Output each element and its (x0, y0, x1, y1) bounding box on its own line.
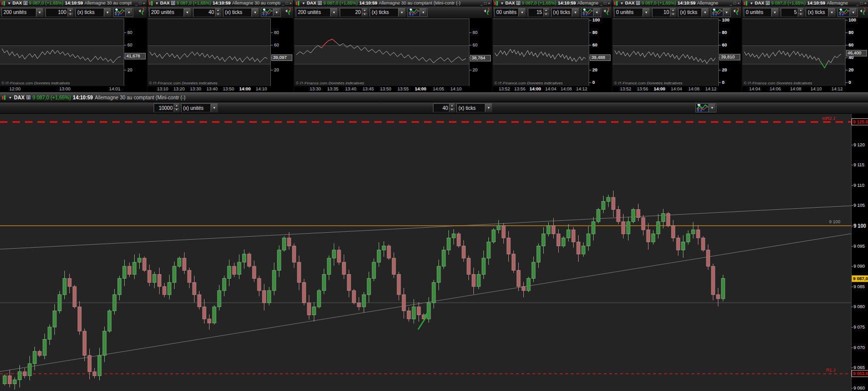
indicator-value-axis[interactable]: 46,400 100806040200 (845, 18, 868, 86)
time-axis[interactable]: 13:1013:2013:3013:4013:5014:0014:10 (148, 86, 293, 92)
panel-titlebar[interactable]: ▼ DAX i 9 087,0 (+1,65%) 14:10:59 Allema… (148, 0, 293, 6)
panel-titlebar[interactable]: ▼ DAX i 9 087,0 (+1,65%) 14:10:59 Allema… (613, 0, 741, 6)
collapse-panel-button[interactable] (285, 7, 292, 17)
spinner-arrows[interactable]: ▲▼ (174, 104, 179, 112)
chart-type-button[interactable]: ▼ (261, 8, 281, 17)
timeframe-dropdown[interactable]: (x) ticks ▼ (75, 8, 111, 17)
panel-titlebar[interactable]: ▼ DAX i 9 087,0 (+1,65%) 14:10:59 Allema… (0, 0, 147, 6)
chevron-down-icon[interactable]: ▼ (708, 104, 715, 112)
minimize-button[interactable]: _ (600, 1, 602, 5)
minimize-button[interactable]: _ (282, 1, 284, 5)
minimize-button[interactable]: _ (480, 1, 482, 5)
chevron-down-icon[interactable]: ▼ (620, 1, 624, 5)
indicator-value-axis[interactable]: 39,488 100806040200 (589, 18, 612, 86)
collapse-panel-button[interactable] (860, 7, 867, 17)
indicator-plot[interactable]: © IT-Finance.com Données indicatives (0, 18, 124, 86)
chevron-down-icon[interactable]: ▼ (8, 96, 12, 99)
units-dropdown[interactable]: 200 unités ▼ (149, 8, 191, 17)
close-button[interactable]: × (488, 1, 490, 5)
timeframe-dropdown[interactable]: (x) ticks ▼ (678, 8, 709, 17)
minimize-button[interactable]: _ (857, 1, 859, 5)
time-axis[interactable]: 13:3013:3513:4013:4513:5013:5514:0014:05… (294, 86, 492, 92)
price-axis[interactable]: 9 125,6 9 087,0 9 063,6 9 0609 0659 0709… (851, 114, 868, 391)
info-icon[interactable]: i (516, 1, 520, 5)
chart-type-button[interactable]: ▼ (711, 8, 731, 17)
maximize-button[interactable]: □ (860, 1, 863, 5)
chevron-down-icon[interactable]: ▼ (155, 1, 159, 5)
collapse-panel-button[interactable] (603, 7, 610, 17)
chevron-down-icon[interactable]: ▼ (36, 8, 43, 16)
chevron-down-icon[interactable]: ▼ (572, 8, 579, 16)
chevron-down-icon[interactable]: ▼ (125, 8, 132, 16)
ticks-spinner[interactable]: 10 ▲▼ (652, 8, 676, 17)
chart-type-button[interactable]: ▼ (695, 103, 716, 112)
indicator-value-axis[interactable]: 41,678 80604020 (124, 18, 147, 86)
spinner-arrows[interactable]: ▲▼ (798, 8, 803, 16)
chevron-down-icon[interactable]: ▼ (750, 1, 753, 5)
units-dropdown[interactable]: 200 unités ▼ (1, 8, 43, 17)
close-button[interactable]: × (864, 1, 867, 5)
candlestick-chart-canvas[interactable] (0, 114, 868, 391)
main-chart-titlebar[interactable]: ▼ DAX i 9 087,0 (+1,65%) 14:10:59 Allema… (0, 92, 868, 102)
units-dropdown[interactable]: 0 unités ▼ (614, 8, 650, 17)
maximize-button[interactable]: □ (733, 1, 736, 5)
chevron-down-icon[interactable]: ▼ (398, 8, 405, 16)
chevron-down-icon[interactable]: ▼ (251, 8, 258, 16)
chevron-down-icon[interactable]: ▼ (7, 1, 11, 5)
chevron-down-icon[interactable]: ▼ (485, 104, 492, 112)
info-icon[interactable]: i (318, 1, 322, 5)
indicator-value-axis[interactable]: 39,097 80604020 (270, 18, 293, 86)
chevron-down-icon[interactable]: ▼ (420, 8, 427, 16)
chevron-down-icon[interactable]: ▼ (273, 8, 280, 16)
maximize-button[interactable]: □ (604, 1, 606, 5)
ticks-spinner[interactable]: 100 ▲▼ (45, 8, 73, 17)
units-dropdown[interactable]: 200 unités ▼ (296, 8, 338, 17)
ticks-spinner[interactable]: 15 ▲▼ (528, 8, 549, 17)
panel-titlebar[interactable]: ▼ DAX i 9 087,0 (+1,65%) 14:10:59 Allema… (742, 0, 868, 6)
chevron-down-icon[interactable]: ▼ (302, 1, 305, 5)
panel-titlebar[interactable]: ▼ DAX i 9 087,0 (+1,65%) 14:10:59 Allema… (493, 0, 612, 6)
units-dropdown[interactable]: 0 unités ▼ (744, 8, 779, 17)
minimize-button[interactable]: _ (730, 1, 732, 5)
chevron-down-icon[interactable]: ▼ (184, 8, 191, 16)
main-price-chart[interactable]: mR2 J R1 J 9 100 9 125,6 9 087,0 9 063,6… (0, 114, 868, 391)
info-icon[interactable]: i (636, 1, 640, 5)
chevron-down-icon[interactable]: ▼ (330, 8, 337, 16)
close-button[interactable]: × (143, 1, 145, 5)
indicator-value-axis[interactable]: 39,810 100806040200 (718, 18, 741, 86)
spinner-arrows[interactable]: ▲▼ (215, 8, 220, 16)
chart-type-button[interactable]: ▼ (838, 8, 858, 17)
maximize-button[interactable]: □ (484, 1, 486, 5)
chevron-down-icon[interactable]: ▼ (828, 8, 835, 16)
indicator-plot[interactable]: © IT-Finance.com Données indicatives (493, 18, 589, 86)
ticks-spinner[interactable]: 40 ▲▼ (193, 8, 221, 17)
info-icon[interactable]: i (23, 1, 27, 5)
chart-type-button[interactable]: ▼ (113, 8, 133, 17)
timeframe-dropdown[interactable]: (x) ticks ▼ (456, 103, 492, 112)
spinner-arrows[interactable]: ▲▼ (449, 104, 454, 112)
chevron-down-icon[interactable]: ▼ (701, 8, 708, 16)
info-icon[interactable]: i (766, 1, 770, 5)
spinner-arrows[interactable]: ▲▼ (67, 8, 73, 16)
collapse-panel-button[interactable] (733, 7, 740, 17)
chevron-down-icon[interactable]: ▼ (211, 104, 217, 112)
maximize-button[interactable]: □ (139, 1, 141, 5)
indicator-plot[interactable]: © IT-Finance.com Données indicatives (294, 18, 469, 86)
units-spinner[interactable]: 10000 ▲▼ (154, 103, 180, 112)
chevron-down-icon[interactable]: ▼ (771, 8, 778, 16)
chevron-down-icon[interactable]: ▼ (500, 1, 504, 5)
close-button[interactable]: × (737, 1, 740, 5)
chart-type-button[interactable]: ▼ (581, 8, 601, 17)
timeframe-dropdown[interactable]: (x) ticks ▼ (223, 8, 259, 17)
indicator-plot[interactable]: © IT-Finance.com Données indicatives (742, 18, 845, 86)
units-dropdown[interactable]: 00 unités ▼ (494, 8, 526, 17)
chevron-down-icon[interactable]: ▼ (593, 8, 600, 16)
timeframe-dropdown[interactable]: (x) ticks ▼ (370, 8, 406, 17)
close-button[interactable]: × (289, 1, 292, 5)
indicator-plot[interactable]: © IT-Finance.com Données indicatives (148, 18, 270, 86)
time-axis[interactable]: 12:0013:0014:01 (0, 86, 147, 92)
indicator-plot[interactable]: © IT-Finance.com Données indicatives (613, 18, 718, 86)
ticks-spinner[interactable]: 20 ▲▼ (340, 8, 368, 17)
spinner-arrows[interactable]: ▲▼ (670, 8, 675, 16)
collapse-panel-button[interactable] (483, 7, 490, 17)
